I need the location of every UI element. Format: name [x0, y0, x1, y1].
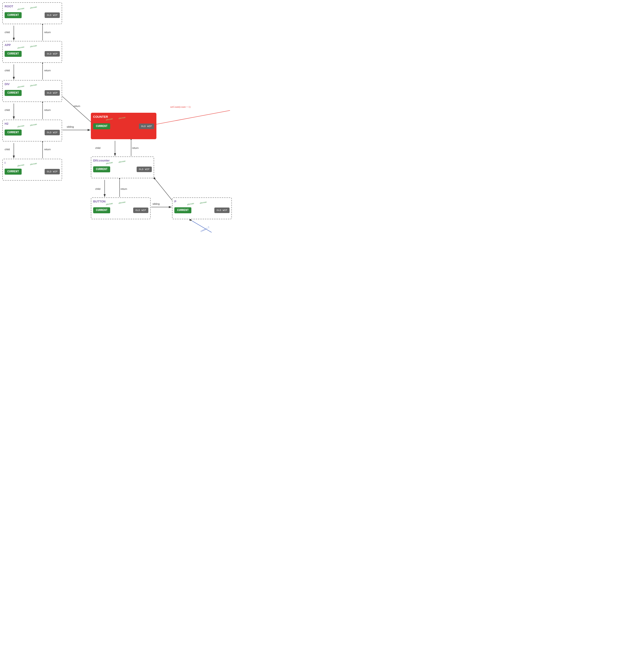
- old-wip-btn-counter[interactable]: OLD WIP: [139, 124, 154, 129]
- arrow-label-return4: return: [44, 148, 51, 151]
- old-wip-btn-button[interactable]: OLD WIP: [133, 208, 148, 213]
- arrow-label-return-counter: return: [73, 105, 80, 108]
- old-wip-btn-h2[interactable]: OLD WIP: [45, 130, 60, 135]
- old-wip-btn-i[interactable]: OLD WIP: [45, 169, 60, 174]
- arrow-label-return-divcounter: return: [132, 147, 139, 149]
- arrow-label-return-btn: return: [120, 188, 127, 190]
- node-button: BUTTON alternate alternate CURRENT OLD W…: [91, 197, 151, 219]
- old-wip-btn-divcounter[interactable]: OLD WIP: [137, 166, 152, 172]
- node-divcounter: DIV.counter alternate alternate CURRENT …: [91, 157, 154, 178]
- arrow-label-child4: child: [5, 148, 10, 151]
- arrow-label-return3: return: [44, 109, 51, 111]
- arrow-label-setcount: setCount(count + 1): [170, 105, 191, 108]
- node-i: I alternate alternate CURRENT OLD WIP: [2, 159, 62, 181]
- arrow-label-child2: child: [5, 69, 10, 72]
- current-btn-divcounter[interactable]: CURRENT: [93, 166, 110, 172]
- old-wip-btn-root[interactable]: OLD WIP: [45, 13, 60, 18]
- current-btn-i[interactable]: CURRENT: [5, 169, 22, 175]
- current-btn-app[interactable]: CURRENT: [5, 51, 22, 57]
- arrow-label-child-counter: child: [95, 147, 100, 149]
- node-h2: H2 alternate alternate CURRENT OLD WIP: [2, 120, 62, 142]
- node-counter: COUNTER alternate alternate CURRENT OLD …: [91, 113, 156, 139]
- svg-line-14: [63, 97, 91, 122]
- node-div: DIV alternate alternate CURRENT OLD WIP: [2, 80, 62, 102]
- current-btn-p[interactable]: CURRENT: [174, 207, 191, 213]
- node-root: ROOT alternate alternate CURRENT OLD WIP: [2, 2, 62, 24]
- arrow-label-child3: child: [5, 109, 10, 111]
- current-btn-counter[interactable]: CURRENT: [93, 123, 110, 129]
- arrow-label-count7: count = 7: [200, 226, 210, 232]
- old-wip-btn-app[interactable]: OLD WIP: [45, 51, 60, 56]
- svg-line-21: [156, 111, 230, 124]
- arrow-label-sibling-btn-p: sibling: [152, 202, 160, 205]
- arrow-label-return1: return: [44, 31, 51, 34]
- old-wip-btn-p[interactable]: OLD WIP: [214, 208, 230, 213]
- old-wip-btn-div[interactable]: OLD WIP: [45, 90, 60, 96]
- arrow-label-return2: return: [44, 69, 51, 72]
- current-btn-h2[interactable]: CURRENT: [5, 130, 22, 135]
- svg-line-20: [156, 180, 172, 200]
- arrow-label-child-btn: child: [95, 188, 100, 190]
- arrow-label-sibling: sibling: [67, 125, 74, 128]
- current-btn-button[interactable]: CURRENT: [93, 207, 110, 213]
- current-btn-div[interactable]: CURRENT: [5, 90, 22, 96]
- node-p: P alternate alternate CURRENT OLD WIP: [172, 197, 232, 219]
- arrow-label-child1: child: [5, 31, 10, 34]
- current-btn-root[interactable]: CURRENT: [5, 12, 22, 18]
- node-app: APP alternate alternate CURRENT OLD WIP: [2, 41, 62, 63]
